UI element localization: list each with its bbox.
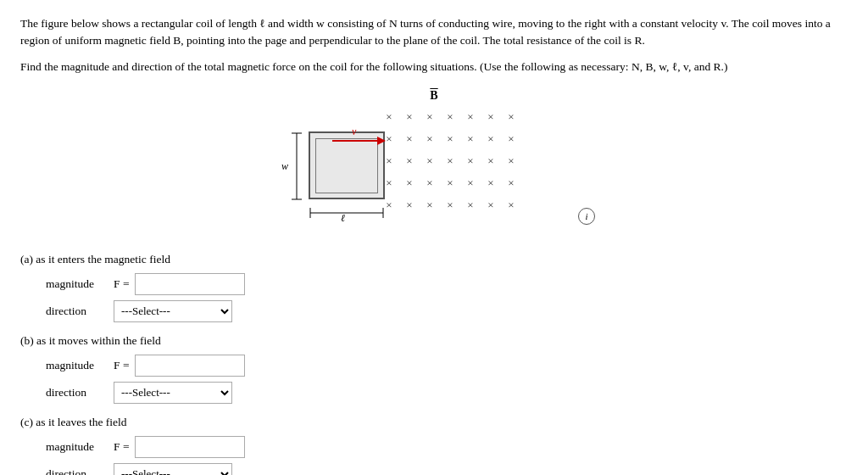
part-a-magnitude-row: magnitude F =: [46, 273, 848, 295]
x-mark: ×: [481, 106, 501, 128]
part-c-label: (c) as it leaves the field: [20, 416, 848, 429]
direction-label-b: direction: [46, 386, 114, 400]
f-eq-c: F =: [114, 440, 130, 454]
svg-text:ℓ: ℓ: [341, 212, 345, 223]
direction-select-b[interactable]: ---Select--- to the left to the right up…: [114, 382, 232, 404]
x-mark: ×: [399, 194, 420, 216]
diagram-inner: B × × × × × × × × × × × × × × × × × × × …: [256, 89, 612, 238]
svg-text:v: v: [352, 126, 357, 137]
x-mark: ×: [481, 128, 501, 150]
x-mark: ×: [399, 172, 420, 194]
part-b: (b) as it moves within the field magnitu…: [20, 334, 848, 404]
magnitude-input-c[interactable]: [135, 436, 245, 458]
x-mark: ×: [501, 172, 521, 194]
direction-label-a: direction: [46, 305, 114, 318]
b-field-label: B: [430, 89, 437, 103]
velocity-arrow: v: [328, 126, 387, 148]
x-mark: ×: [460, 150, 481, 172]
x-mark: ×: [440, 150, 460, 172]
x-mark: ×: [481, 150, 501, 172]
svg-text:w: w: [281, 160, 288, 172]
x-mark: ×: [420, 106, 440, 128]
magnitude-label-a: magnitude: [46, 277, 114, 291]
part-a-direction-row: direction ---Select--- to the left to th…: [46, 300, 848, 322]
direction-select-c[interactable]: ---Select--- to the left to the right up…: [114, 463, 232, 475]
x-mark: ×: [501, 106, 521, 128]
f-eq-b: F =: [114, 359, 130, 372]
x-mark: ×: [420, 194, 440, 216]
direction-select-a[interactable]: ---Select--- to the left to the right up…: [114, 300, 232, 322]
x-mark: ×: [460, 194, 481, 216]
part-c-direction-row: direction ---Select--- to the left to th…: [46, 463, 848, 475]
f-eq-a: F =: [114, 277, 130, 291]
x-mark: ×: [399, 150, 420, 172]
magnitude-label-c: magnitude: [46, 440, 114, 454]
x-mark: ×: [420, 150, 440, 172]
x-mark: ×: [481, 194, 501, 216]
x-mark: ×: [460, 128, 481, 150]
magnitude-label-b: magnitude: [46, 359, 114, 372]
part-a-label: (a) as it enters the magnetic field: [20, 253, 848, 266]
x-mark: ×: [440, 194, 460, 216]
part-b-label: (b) as it moves within the field: [20, 334, 848, 348]
x-mark: ×: [501, 194, 521, 216]
x-mark: ×: [460, 106, 481, 128]
problem-text-2: Find the magnitude and direction of the …: [20, 59, 848, 75]
x-mark: ×: [399, 106, 420, 128]
x-mark: ×: [440, 106, 460, 128]
x-mark: ×: [460, 172, 481, 194]
direction-label-c: direction: [46, 467, 114, 475]
x-mark: ×: [481, 172, 501, 194]
part-b-magnitude-row: magnitude F =: [46, 355, 848, 377]
x-mark: ×: [440, 128, 460, 150]
part-c-magnitude-row: magnitude F =: [46, 436, 848, 458]
x-mark: ×: [399, 128, 420, 150]
x-field-grid: × × × × × × × × × × × × × × × × × × × × …: [379, 106, 521, 216]
part-b-direction-row: direction ---Select--- to the left to th…: [46, 382, 848, 404]
w-dimension-label: w: [280, 131, 310, 204]
part-a: (a) as it enters the magnetic field magn…: [20, 253, 848, 322]
part-c: (c) as it leaves the field magnitude F =…: [20, 416, 848, 475]
x-mark: ×: [501, 128, 521, 150]
x-mark: ×: [420, 172, 440, 194]
magnitude-input-b[interactable]: [135, 355, 245, 377]
info-icon[interactable]: i: [578, 208, 595, 225]
ell-dimension-label: ℓ: [309, 206, 387, 226]
x-mark: ×: [440, 172, 460, 194]
diagram-area: B × × × × × × × × × × × × × × × × × × × …: [20, 89, 848, 238]
problem-text-1: The figure below shows a rectangular coi…: [20, 15, 848, 50]
x-mark: ×: [379, 106, 399, 128]
x-mark: ×: [501, 150, 521, 172]
svg-marker-2: [377, 137, 386, 145]
magnitude-input-a[interactable]: [135, 273, 245, 295]
x-mark: ×: [420, 128, 440, 150]
